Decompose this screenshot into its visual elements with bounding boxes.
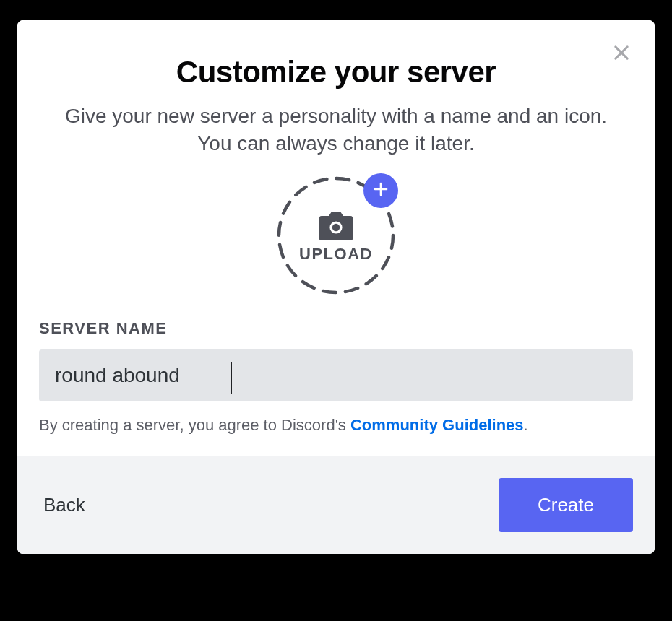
close-icon (611, 43, 632, 65)
create-button[interactable]: Create (499, 478, 633, 532)
customize-server-modal: Customize your server Give your new serv… (17, 20, 655, 554)
modal-footer: Back Create (17, 456, 655, 554)
modal-title: Customize your server (39, 55, 633, 90)
text-caret (231, 362, 232, 394)
server-name-input-wrap (39, 349, 633, 401)
upload-area: UPLOAD (39, 176, 633, 295)
modal-subtitle: Give your new server a personality with … (39, 103, 633, 157)
plus-icon (372, 181, 389, 201)
server-name-label: SERVER NAME (39, 319, 633, 338)
modal-body: Customize your server Give your new serv… (17, 20, 655, 456)
modal-backdrop: Customize your server Give your new serv… (0, 0, 672, 621)
plus-badge (363, 173, 398, 208)
back-button[interactable]: Back (39, 487, 90, 524)
disclaimer-text: By creating a server, you agree to Disco… (39, 416, 633, 435)
disclaimer-prefix: By creating a server, you agree to Disco… (39, 416, 350, 434)
disclaimer-suffix: . (524, 416, 528, 434)
close-button[interactable] (608, 40, 634, 66)
community-guidelines-link[interactable]: Community Guidelines (350, 416, 524, 434)
server-name-input[interactable] (39, 349, 633, 401)
upload-avatar-button[interactable]: UPLOAD (277, 176, 395, 295)
